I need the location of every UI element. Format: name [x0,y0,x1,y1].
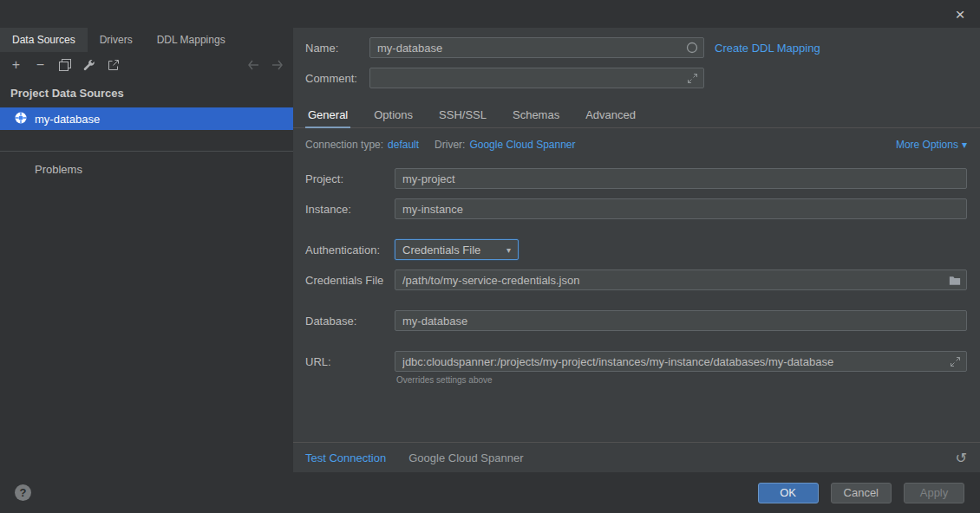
database-label: Database: [305,315,395,328]
forward-button[interactable] [270,58,284,73]
name-input[interactable] [369,37,704,58]
back-button[interactable] [245,58,260,73]
url-label: URL: [305,355,395,368]
datasource-label: my-database [35,113,100,126]
export-icon [107,59,120,72]
sidebar-tab-data-sources[interactable]: Data Sources [0,28,88,52]
sidebar-tabs: Data Sources Drivers DDL Mappings [0,28,293,52]
sidebar-tab-ddl-mappings[interactable]: DDL Mappings [145,28,238,52]
database-row: Database: [305,310,967,331]
revert-icon[interactable]: ↺ [956,450,967,466]
database-input[interactable] [395,310,967,331]
comment-row: Comment: [305,68,967,88]
credentials-file-input[interactable] [395,269,967,290]
ok-button[interactable]: OK [758,483,819,503]
problems-item[interactable]: Problems [0,152,293,176]
close-icon[interactable]: × [951,6,970,23]
url-hint: Overrides settings above [396,375,967,385]
settings-tabs: General Options SSH/SSL Schemas Advanced [293,102,980,128]
add-button[interactable]: + [9,58,23,73]
connection-type-value[interactable]: default [388,139,419,151]
driver-value-link[interactable]: Google Cloud Spanner [469,139,575,151]
sidebar-tab-drivers[interactable]: Drivers [88,28,145,52]
minus-icon: − [36,58,44,72]
instance-row: Instance: [305,198,967,219]
footer-driver-name: Google Cloud Spanner [408,451,523,464]
authentication-value: Credentials File [402,244,480,256]
project-input[interactable] [395,168,967,189]
create-ddl-mapping-link[interactable]: Create DDL Mapping [715,42,820,55]
main-panel: Name: Create DDL Mapping Comment: Genera… [293,28,980,472]
copy-icon [59,59,71,71]
url-expand-icon[interactable] [949,355,961,367]
remove-button[interactable]: − [33,58,48,73]
name-row: Name: Create DDL Mapping [305,37,967,58]
dropdown-caret-icon: ▾ [506,245,511,255]
sidebar-toolbar: + − [0,52,293,78]
sidebar: Data Sources Drivers DDL Mappings + − [0,28,293,472]
help-button[interactable]: ? [15,484,31,501]
spanner-icon [14,111,28,127]
arrow-right-icon [271,60,284,70]
tab-advanced[interactable]: Advanced [583,102,638,127]
project-row: Project: [305,168,967,189]
titlebar: × [0,0,980,28]
more-options-link[interactable]: More Options [896,139,958,151]
sync-name-icon[interactable] [686,42,698,54]
expand-comment-icon[interactable] [686,72,698,84]
properties-button[interactable] [82,58,96,73]
authentication-label: Authentication: [305,244,395,256]
credentials-file-row: Credentials File [305,269,967,290]
question-icon: ? [20,486,27,499]
folder-icon[interactable] [949,274,961,286]
open-in-new-button[interactable] [106,58,121,73]
chevron-down-icon: ▾ [962,139,967,151]
name-label: Name: [305,42,369,55]
tab-schemas[interactable]: Schemas [510,102,562,127]
instance-label: Instance: [305,203,395,216]
duplicate-button[interactable] [57,58,72,73]
tab-general[interactable]: General [305,102,350,127]
test-connection-link[interactable]: Test Connection [305,451,386,464]
url-input[interactable] [395,351,967,372]
bottom-bar: ? OK Cancel Apply [0,472,980,513]
tab-options[interactable]: Options [371,102,415,127]
authentication-row: Authentication: Credentials File ▾ [305,239,967,260]
apply-button[interactable]: Apply [904,483,964,503]
datasource-item-my-database[interactable]: my-database [0,107,293,130]
authentication-select[interactable]: Credentials File ▾ [395,239,519,260]
comment-input[interactable] [369,68,704,88]
connection-type-row: Connection type: default Driver: Google … [305,136,967,153]
arrow-left-icon [247,60,259,70]
tab-ssh-ssl[interactable]: SSH/SSL [436,102,489,127]
instance-input[interactable] [395,198,967,219]
project-label: Project: [305,172,395,185]
url-row: URL: [305,351,967,372]
connection-type-label: Connection type: [305,139,383,151]
credentials-file-label: Credentials File [305,274,395,287]
wrench-icon [82,59,95,72]
plus-icon: + [12,58,20,72]
test-connection-row: Test Connection Google Cloud Spanner ↺ [293,442,980,472]
driver-label: Driver: [434,139,465,151]
comment-label: Comment: [305,72,369,85]
cancel-button[interactable]: Cancel [831,483,892,503]
data-sources-dialog: × Data Sources Drivers DDL Mappings + − [0,0,980,513]
project-data-sources-label: Project Data Sources [0,78,293,105]
